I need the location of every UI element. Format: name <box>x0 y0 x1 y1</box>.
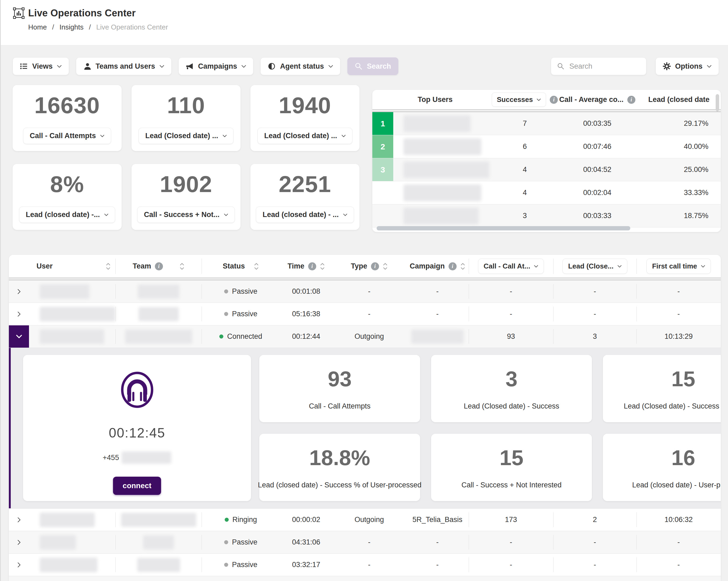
status-dot <box>224 563 228 567</box>
expanded-kpi-label: Lead (Closed date) - Success + Not I <box>624 402 721 410</box>
top-user-avg-duration: 00:04:52 <box>552 166 643 174</box>
kpi-card: 1940 Lead (Closed date) ... <box>251 85 359 151</box>
info-icon[interactable]: i <box>371 262 379 270</box>
agent-row[interactable]: Passive 04:31:06 - - - - - <box>9 531 721 554</box>
top-user-lead-pct: 40.00% <box>643 142 721 151</box>
info-icon[interactable]: i <box>448 262 457 270</box>
expand-row-button[interactable] <box>9 508 29 531</box>
horizontal-scrollbar[interactable] <box>376 226 630 230</box>
gear-icon <box>663 62 671 70</box>
column-time[interactable]: Time i <box>280 255 332 278</box>
kpi-metric-label: Lead (Closed date) ... <box>145 132 218 140</box>
info-icon[interactable]: i <box>308 262 316 270</box>
status-dot <box>224 289 228 294</box>
agent-row[interactable]: Passive 03:32:17 - - - - - <box>9 554 721 576</box>
agent-type-cell: - <box>332 280 406 303</box>
top-user-row[interactable]: 1 7 00:03:35 29.17% <box>372 112 721 135</box>
agent-call-attempts-cell: 173 <box>469 508 553 531</box>
campaigns-dropdown[interactable]: Campaigns <box>179 57 254 75</box>
chevron-down-icon <box>241 65 246 68</box>
expand-row-button[interactable] <box>9 554 29 576</box>
top-users-metric-dropdown[interactable]: Successes <box>492 92 546 107</box>
top-user-row[interactable]: 4 00:02:04 33.33% <box>372 181 721 204</box>
expand-row-button[interactable] <box>9 303 29 325</box>
kpi-metric-dropdown[interactable]: Call - Success + Not... <box>137 206 235 223</box>
table-row-partial <box>9 576 721 581</box>
expand-row-button[interactable] <box>9 325 29 348</box>
column-first-call-time-dropdown[interactable]: First call time <box>646 258 711 274</box>
agent-team-cell <box>115 554 202 576</box>
chevron-down-icon <box>617 265 622 268</box>
sort-icon[interactable] <box>106 262 111 270</box>
top-user-successes: 6 <box>498 142 552 151</box>
kpi-metric-dropdown[interactable]: Lead (closed date) -... <box>19 206 115 223</box>
agent-lead-cell: 2 <box>553 508 636 531</box>
expand-row-button[interactable] <box>9 531 29 553</box>
redacted-text <box>125 330 192 343</box>
kpi-metric-dropdown[interactable]: Lead (Closed date) ... <box>257 128 353 144</box>
top-user-name <box>393 138 498 155</box>
breadcrumb-insights[interactable]: Insights <box>59 23 84 31</box>
redacted-text <box>121 513 196 527</box>
column-campaign[interactable]: Campaign i <box>406 255 469 278</box>
options-dropdown[interactable]: Options <box>655 57 719 75</box>
sort-icon[interactable] <box>320 262 325 270</box>
agent-table-scroll-track <box>9 278 721 280</box>
kpi-value: 1902 <box>160 171 212 197</box>
vertical-scrollbar[interactable] <box>716 94 719 111</box>
agent-row[interactable]: Connected 00:12:44 Outgoing 93 3 10:13:2… <box>9 325 721 348</box>
call-monitor-card: 00:12:45 +455 connect <box>23 355 251 501</box>
redacted-text <box>137 558 180 572</box>
top-user-row[interactable]: 3 4 00:04:52 25.00% <box>372 158 721 181</box>
agent-status-dropdown[interactable]: Agent status <box>260 57 340 75</box>
agent-row[interactable]: Passive 05:16:38 - - - - - <box>9 303 721 325</box>
search-field[interactable] <box>551 57 646 75</box>
agent-type-cell: Outgoing <box>332 325 406 348</box>
sort-icon[interactable] <box>180 262 184 270</box>
top-user-row[interactable]: 2 6 00:07:46 40.00% <box>372 135 721 158</box>
info-icon[interactable]: i <box>155 262 163 270</box>
search-button[interactable]: Search <box>347 57 398 75</box>
kpi-metric-label: Lead (closed date) - ... <box>262 211 339 219</box>
chevron-down-icon <box>534 265 538 268</box>
sort-icon[interactable] <box>254 262 259 270</box>
top-user-successes: 4 <box>498 166 552 174</box>
sort-icon[interactable] <box>383 262 388 270</box>
connect-button[interactable]: connect <box>113 477 161 495</box>
agent-row[interactable]: Passive 00:01:08 - - - - - <box>9 280 721 303</box>
agent-time-cell: 00:00:02 <box>280 508 332 531</box>
redacted-text <box>404 115 471 132</box>
column-type[interactable]: Type i <box>332 255 406 278</box>
kpi-metric-label: Lead (closed date) -... <box>26 211 100 219</box>
kpi-metric-dropdown[interactable]: Lead (closed date) - ... <box>256 206 354 223</box>
kpi-metric-dropdown[interactable]: Lead (Closed date) ... <box>138 128 234 144</box>
column-call-attempts-label: Call - Call At... <box>484 262 530 270</box>
column-team[interactable]: Team i <box>115 255 202 278</box>
agent-type-cell: Outgoing <box>332 508 406 531</box>
chevron-down-icon <box>57 65 62 68</box>
top-user-successes: 3 <box>498 212 552 220</box>
kpi-value: 110 <box>167 92 205 118</box>
agent-status-cell: Passive <box>202 531 280 553</box>
views-dropdown[interactable]: Views <box>12 57 69 75</box>
top-users-metric-label: Successes <box>497 95 533 104</box>
kpi-metric-dropdown[interactable]: Call - Call Attempts <box>23 128 111 144</box>
expand-row-button[interactable] <box>9 280 29 303</box>
kpi-metric-label: Lead (Closed date) ... <box>264 132 337 140</box>
chevron-down-icon <box>159 65 164 68</box>
sort-icon[interactable] <box>460 262 465 270</box>
column-status[interactable]: Status <box>202 255 280 278</box>
agent-lead-cell: - <box>553 280 636 303</box>
column-lead-dropdown[interactable]: Lead (Close... <box>562 258 627 274</box>
info-icon[interactable]: i <box>627 96 635 104</box>
search-input[interactable] <box>569 62 665 71</box>
top-user-row[interactable]: 3 00:03:33 18.75% <box>372 204 721 227</box>
breadcrumb-home[interactable]: Home <box>28 23 47 31</box>
column-call-attempts-dropdown[interactable]: Call - Call At... <box>478 258 544 274</box>
column-user[interactable]: User <box>29 255 115 278</box>
top-user-avg-duration: 00:03:35 <box>552 119 643 128</box>
agent-row[interactable]: Ringing 00:00:02 Outgoing 5R_Telia_Basis… <box>9 508 721 531</box>
teams-users-dropdown[interactable]: Teams and Users <box>76 57 172 75</box>
column-type-label: Type <box>351 262 367 270</box>
breadcrumb-current: Live Operations Center <box>96 23 168 31</box>
